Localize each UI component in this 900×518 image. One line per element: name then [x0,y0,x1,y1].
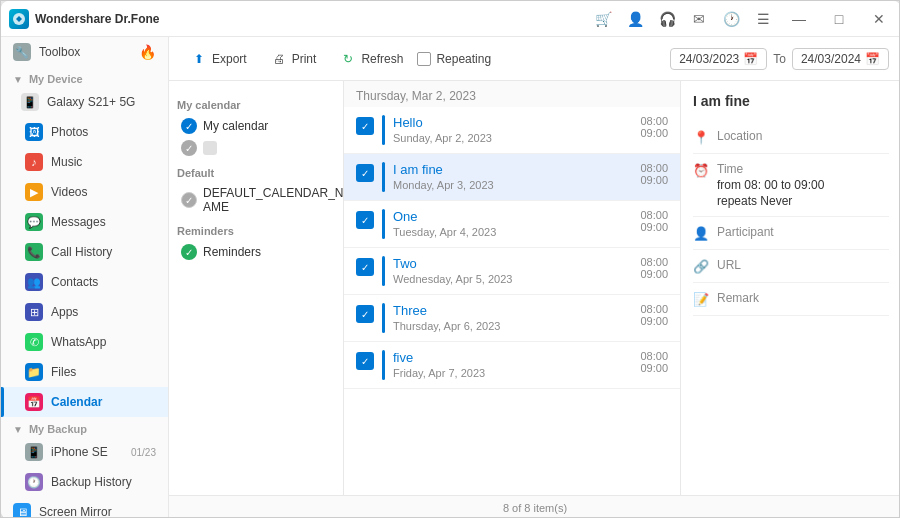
event-title-one: One [393,209,640,224]
close-button[interactable]: ✕ [865,5,893,33]
messages-icon: 💬 [25,213,43,231]
detail-remark-field: 📝 Remark [693,283,889,316]
headset-icon[interactable]: 🎧 [657,9,677,29]
event-row-three[interactable]: ✓ Three Thursday, Apr 6, 2023 08:0009:00 [344,295,680,342]
cal-group-default: Default [177,167,335,179]
content-area: ⬆ Export 🖨 Print ↻ Refresh Repeating [169,37,900,518]
event-checkbox-two[interactable]: ✓ [356,258,374,276]
cart-icon[interactable]: 🛒 [593,9,613,29]
detail-title: I am fine [693,93,889,109]
event-row-two[interactable]: ✓ Two Wednesday, Apr 5, 2023 08:0009:00 [344,248,680,295]
device-icon: 📱 [21,93,39,111]
event-row-one[interactable]: ✓ One Tuesday, Apr 4, 2023 08:0009:00 [344,201,680,248]
export-button[interactable]: ⬆ Export [181,46,257,72]
videos-label: Videos [51,185,87,199]
sidebar-item-contacts[interactable]: 👥 Contacts [1,267,168,297]
event-row-hello[interactable]: ✓ Hello Sunday, Apr 2, 2023 08:0009:00 [344,107,680,154]
event-date-five: Friday, Apr 7, 2023 [393,367,640,379]
event-content-iamfine: I am fine Monday, Apr 3, 2023 [393,162,640,191]
event-date-two: Wednesday, Apr 5, 2023 [393,273,640,285]
cal-item-my-calendar-label: My calendar [203,119,268,133]
location-label: Location [717,129,762,143]
repeating-checkbox[interactable]: Repeating [417,52,491,66]
detail-time-field: ⏰ Time from 08: 00 to 09:00 repeats Neve… [693,154,889,217]
history-icon[interactable]: 🕐 [721,9,741,29]
remark-label: Remark [717,291,759,305]
my-backup-label: My Backup [29,423,87,435]
maximize-button[interactable]: □ [825,5,853,33]
cal-item-secondary[interactable]: ✓ [177,137,335,159]
detail-location-content: Location [717,129,889,143]
apps-icon: ⊞ [25,303,43,321]
event-row-five[interactable]: ✓ five Friday, Apr 7, 2023 08:0009:00 [344,342,680,389]
sidebar-item-call-history[interactable]: 📞 Call History [1,237,168,267]
cal-item-reminders[interactable]: ✓ Reminders [177,241,335,263]
contacts-icon: 👥 [25,273,43,291]
event-title-iamfine: I am fine [393,162,640,177]
repeats-value: repeats Never [717,194,889,208]
event-checkbox-three[interactable]: ✓ [356,305,374,323]
sidebar-item-apps[interactable]: ⊞ Apps [1,297,168,327]
sidebar-item-messages[interactable]: 💬 Messages [1,207,168,237]
title-bar-logo: Wondershare Dr.Fone [9,9,593,29]
menu-icon[interactable]: ☰ [753,9,773,29]
sidebar-item-whatsapp[interactable]: ✆ WhatsApp [1,327,168,357]
user-icon[interactable]: 👤 [625,9,645,29]
date-to-input[interactable]: 24/03/2024 📅 [792,48,889,70]
event-date-one: Tuesday, Apr 4, 2023 [393,226,640,238]
sidebar-item-photos[interactable]: 🖼 Photos [1,117,168,147]
event-time-iamfine: 08:0009:00 [640,162,668,186]
event-content-five: five Friday, Apr 7, 2023 [393,350,640,379]
event-bar-three [382,303,385,333]
date-from-input[interactable]: 24/03/2023 📅 [670,48,767,70]
sidebar-item-screen-mirror[interactable]: 🖥 Screen Mirror [1,497,168,518]
cal-item-default[interactable]: ✓ DEFAULT_CALENDAR_N AME [177,183,335,217]
cal-item-my-calendar[interactable]: ✓ My calendar [177,115,335,137]
music-label: Music [51,155,82,169]
event-date-hello: Sunday, Apr 2, 2023 [393,132,640,144]
event-checkbox-hello[interactable]: ✓ [356,117,374,135]
event-title-hello: Hello [393,115,640,130]
split-view: My calendar ✓ My calendar ✓ Default ✓ DE… [169,81,900,495]
status-bar: 8 of 8 item(s) [169,495,900,518]
event-title-five: five [393,350,640,365]
sidebar-item-backup-history[interactable]: 🕐 Backup History [1,467,168,497]
toolbox-icon: 🔧 [13,43,31,61]
mail-icon[interactable]: ✉ [689,9,709,29]
event-time-hello: 08:0009:00 [640,115,668,139]
sidebar-item-iphone-se[interactable]: 📱 iPhone SE 01/23 [1,437,168,467]
event-bar-two [382,256,385,286]
sidebar: 🔧 Toolbox 🔥 ▼ My Device 📱 Galaxy S21+ 5G… [1,37,169,518]
backup-history-icon: 🕐 [25,473,43,491]
event-checkbox-one[interactable]: ✓ [356,211,374,229]
event-title-three: Three [393,303,640,318]
date-to-label: To [773,52,786,66]
refresh-button[interactable]: ↻ Refresh [330,46,413,72]
event-time-one: 08:0009:00 [640,209,668,233]
screen-mirror-icon: 🖥 [13,503,31,518]
minimize-button[interactable]: — [785,5,813,33]
url-icon: 🔗 [693,259,709,274]
call-history-label: Call History [51,245,112,259]
print-button[interactable]: 🖨 Print [261,46,327,72]
sidebar-item-galaxy[interactable]: 📱 Galaxy S21+ 5G [1,87,168,117]
app-logo-icon [9,9,29,29]
event-time-two: 08:0009:00 [640,256,668,280]
event-row-iamfine[interactable]: ✓ I am fine Monday, Apr 3, 2023 08:0009:… [344,154,680,201]
sidebar-item-files[interactable]: 📁 Files [1,357,168,387]
iphone-icon: 📱 [25,443,43,461]
repeating-checkbox-box [417,52,431,66]
sidebar-item-toolbox[interactable]: 🔧 Toolbox 🔥 [1,37,168,67]
print-icon: 🖨 [271,51,287,67]
sidebar-item-music[interactable]: ♪ Music [1,147,168,177]
detail-participant-field: 👤 Participant [693,217,889,250]
music-icon: ♪ [25,153,43,171]
event-checkbox-five[interactable]: ✓ [356,352,374,370]
event-checkbox-iamfine[interactable]: ✓ [356,164,374,182]
status-text: 8 of 8 item(s) [503,502,567,514]
sidebar-item-calendar[interactable]: 📅 Calendar [1,387,168,417]
refresh-icon: ↻ [340,51,356,67]
event-content-one: One Tuesday, Apr 4, 2023 [393,209,640,238]
sidebar-item-videos[interactable]: ▶ Videos [1,177,168,207]
cal-group-reminders: Reminders [177,225,335,237]
